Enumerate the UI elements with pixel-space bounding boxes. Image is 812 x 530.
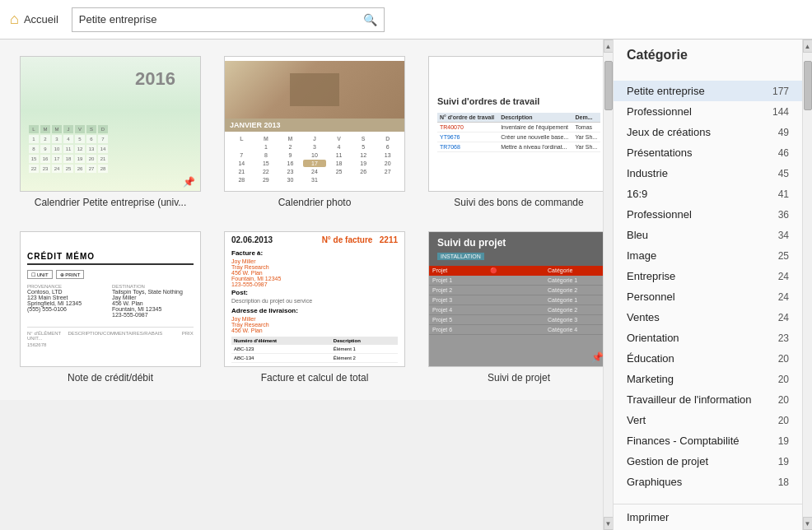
projet-col-icon: 🔴 <box>490 267 548 274</box>
sidebar-item-count-15: 20 <box>778 394 789 406</box>
facture-table: Numéro d'élémentDescription ABC-123Éléme… <box>231 337 398 363</box>
search-input[interactable] <box>79 13 363 26</box>
projet-row-2: Projet 2Catégorie 2 <box>429 286 603 295</box>
facture-delivery-address: Joy MillerTray Research456 W. Plan <box>231 316 398 333</box>
sidebar-item-18[interactable]: Gestion de projet19 <box>614 451 802 472</box>
sidebar-item-count-7: 34 <box>778 230 789 241</box>
sidebar-item-1[interactable]: Professionnel144 <box>614 101 802 122</box>
sidebar-item-label-0: Petite entreprise <box>627 85 705 97</box>
sidebar-scroll-up[interactable]: ▲ <box>803 40 813 53</box>
projet-row-3: Projet 3Catégorie 1 <box>429 295 603 305</box>
projet-row-1: Projet 1Catégorie 1 <box>429 276 603 286</box>
credit-btn-unit: ☐ UNIT <box>27 270 53 279</box>
content-scroll-track[interactable] <box>604 53 613 517</box>
projet-pin-icon: 📌 <box>591 351 603 363</box>
sidebar-scroll-down[interactable]: ▼ <box>803 517 813 530</box>
templates-grid: 2016 LMMJVSD 1234567 891011121314 <box>20 56 583 384</box>
sidebar-item-19[interactable]: Graphiques18 <box>614 472 802 492</box>
sidebar-item-count-16: 20 <box>778 415 789 426</box>
sidebar-item-14[interactable]: Marketing20 <box>614 369 802 389</box>
sidebar-item-label-4: Industrie <box>627 167 668 179</box>
projet-badge: INSTALLATION <box>437 253 484 260</box>
sidebar-item-count-11: 24 <box>778 312 789 323</box>
sidebar-item-label-17: Finances - Comptabilité <box>627 435 740 447</box>
sidebar-scroll: Petite entreprise177Professionnel144Jeux… <box>614 72 802 504</box>
template-card-projet[interactable]: Suivi du projet INSTALLATION Projet 🔴 Ca… <box>428 231 603 384</box>
sidebar-item-label-11: Ventes <box>627 311 660 323</box>
sidebar-item-label-7: Bleu <box>627 229 648 241</box>
sidebar-item-12[interactable]: Orientation23 <box>614 328 802 348</box>
cal-year: 2016 <box>135 68 175 90</box>
sidebar-item-count-17: 19 <box>778 435 789 447</box>
sidebar-item-label-12: Orientation <box>627 332 679 344</box>
template-label-projet: Suivi de projet <box>488 372 550 384</box>
sidebar-item-count-13: 20 <box>778 353 789 365</box>
sidebar-item-label-8: Image <box>627 249 656 262</box>
content-scrollbar: ▲ ▼ <box>603 40 613 530</box>
sidebar-scroll-thumb[interactable] <box>804 61 812 110</box>
template-thumb-facture: 02.06.2013 N° de facture 2211 Facture à:… <box>224 231 405 367</box>
projet-table: Projet 🔴 Catégorie Projet 1Catégorie 1 P… <box>429 266 603 366</box>
suivi-table: N° d'ordre de travail Description Dem...… <box>437 113 600 152</box>
sidebar-item-3[interactable]: Présentations46 <box>614 142 802 163</box>
sidebar-item-label-3: Présentations <box>627 146 693 159</box>
sidebar-item-4[interactable]: Industrie45 <box>614 163 802 184</box>
projet-row-5: Projet 5Catégorie 3 <box>429 315 603 325</box>
sidebar-item-8[interactable]: Image25 <box>614 245 802 266</box>
search-icon[interactable]: 🔍 <box>363 13 377 26</box>
sidebar-item-label-1: Professionnel <box>627 105 692 118</box>
main-area: 2016 LMMJVSD 1234567 891011121314 <box>0 40 812 530</box>
projet-row-6: Projet 6Catégorie 4 <box>429 325 603 335</box>
sidebar-item-count-9: 24 <box>778 271 789 282</box>
sidebar-item-count-1: 144 <box>772 106 789 118</box>
sidebar-item-15[interactable]: Travailleur de l'information20 <box>614 389 802 410</box>
sidebar-item-7[interactable]: Bleu34 <box>614 225 802 245</box>
search-box: 🔍 <box>72 7 385 32</box>
sidebar-item-2[interactable]: Jeux de créations49 <box>614 122 802 142</box>
sidebar-item-count-2: 49 <box>778 127 789 138</box>
sidebar-item-count-5: 41 <box>778 188 789 200</box>
home-button[interactable]: ⌂ Accueil <box>10 11 58 28</box>
sidebar-item-6[interactable]: Professionnel36 <box>614 204 802 225</box>
facture-bill-label: Facture à: <box>231 249 398 257</box>
sidebar-item-16[interactable]: Vert20 <box>614 410 802 430</box>
sidebar-item-label-19: Graphiques <box>627 476 682 488</box>
pin-icon: 📌 <box>183 176 195 188</box>
credit-btn-print: ⊕ PRINT <box>56 270 85 279</box>
sidebar-item-label-16: Vert <box>627 414 646 426</box>
facture-delivery-label: Adresse de livraison: <box>231 307 398 314</box>
sidebar-item-count-6: 36 <box>778 209 789 221</box>
template-label-cal2: Calendrier photo <box>278 197 352 208</box>
template-thumb-credit: CRÉDIT MÉMO ☐ UNIT ⊕ PRINT PROVENANCE Co… <box>20 231 201 367</box>
sidebar-item-count-14: 20 <box>778 374 789 385</box>
credit-footer: N° d'ÉLÉMENT DESCRIPTION/COMMENTAIRES/RA… <box>27 327 194 341</box>
content-scroll-thumb[interactable] <box>604 61 613 110</box>
content-scroll-up[interactable]: ▲ <box>604 40 614 53</box>
sidebar-item-count-10: 24 <box>778 291 789 303</box>
template-card-cal2[interactable]: JANVIER 2013 LMMJVSD 123456 78910111213 … <box>224 56 405 208</box>
sidebar-item-9[interactable]: Entreprise24 <box>614 266 802 286</box>
template-label-credit: Note de crédit/débit <box>68 372 153 384</box>
content-scroll-down[interactable]: ▼ <box>604 517 614 530</box>
sidebar-item-17[interactable]: Finances - Comptabilité19 <box>614 430 802 451</box>
sidebar-scroll-track[interactable] <box>803 53 812 517</box>
template-card-credit[interactable]: CRÉDIT MÉMO ☐ UNIT ⊕ PRINT PROVENANCE Co… <box>20 231 201 384</box>
facture-post-value: Description du projet ou service <box>231 298 398 304</box>
sidebar-item-0[interactable]: Petite entreprise177 <box>614 81 802 101</box>
template-thumb-cal2: JANVIER 2013 LMMJVSD 123456 78910111213 … <box>224 56 405 192</box>
sidebar-item-13[interactable]: Éducation20 <box>614 348 802 369</box>
template-label-facture: Facture et calcul de total <box>261 372 369 384</box>
facture-post-label: Post: <box>231 289 398 296</box>
template-card-suivi1[interactable]: Suivi d'ordres de travail N° d'ordre de … <box>428 56 603 208</box>
template-card-cal1[interactable]: 2016 LMMJVSD 1234567 891011121314 <box>20 56 201 208</box>
sidebar-item-count-3: 46 <box>778 147 789 159</box>
cal2-mini-cal: LMMJVSD 123456 78910111213 1415161718192… <box>225 132 404 187</box>
sidebar-bottom-item[interactable]: Imprimer <box>614 504 802 530</box>
topbar: ⌂ Accueil 🔍 <box>0 0 812 40</box>
template-card-facture[interactable]: 02.06.2013 N° de facture 2211 Facture à:… <box>224 231 405 384</box>
sidebar-item-5[interactable]: 16:941 <box>614 184 802 204</box>
sidebar-item-11[interactable]: Ventes24 <box>614 307 802 328</box>
sidebar-item-10[interactable]: Personnel24 <box>614 286 802 307</box>
projet-col-categorie: Catégorie <box>548 267 603 274</box>
sidebar-item-label-9: Entreprise <box>627 270 675 282</box>
